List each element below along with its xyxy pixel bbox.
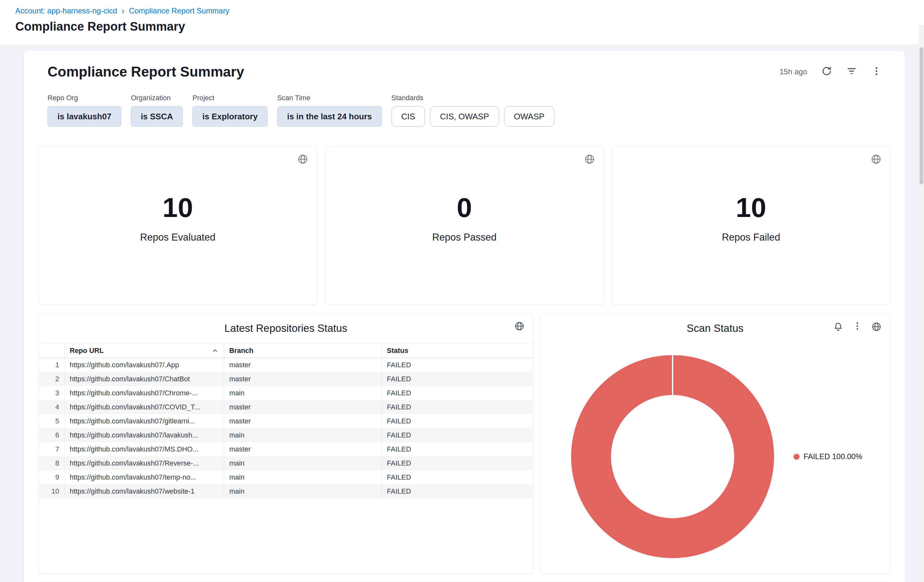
repo-url-cell: https://github.com/lavakush07/MS.DHO... bbox=[64, 442, 224, 456]
repo-status-icons bbox=[514, 321, 525, 331]
scan-status-tile: Scan Status bbox=[540, 314, 890, 574]
globe-icon[interactable] bbox=[871, 154, 881, 166]
kebab-menu-icon bbox=[852, 321, 863, 332]
table-row: 5 https://github.com/lavakush07/gitlearn… bbox=[39, 414, 533, 428]
legend-failed-label: FAILED 100.00% bbox=[804, 452, 863, 461]
row-index-header bbox=[39, 344, 64, 358]
filter-chip-project[interactable]: is Exploratory bbox=[192, 106, 267, 127]
kpi-label: Repos Evaluated bbox=[140, 232, 215, 243]
scan-status-title: Scan Status bbox=[686, 322, 743, 334]
table-row: 9 https://github.com/lavakush07/temp-no.… bbox=[39, 470, 533, 485]
refresh-icon bbox=[821, 66, 832, 77]
branch-cell: main bbox=[224, 386, 381, 400]
filter-label: Scan Time bbox=[277, 94, 382, 102]
column-header-status[interactable]: Status bbox=[381, 344, 533, 358]
column-header-repo-url[interactable]: Repo URL bbox=[64, 344, 224, 358]
standards-option-cis[interactable]: CIS bbox=[391, 106, 425, 127]
repo-url-cell: https://github.com/lavakush07/ChatBot bbox=[64, 372, 224, 386]
filter-chip-organization[interactable]: is SSCA bbox=[131, 106, 183, 127]
filter-group-scan-time: Scan Time is in the last 24 hours bbox=[277, 94, 382, 127]
tile-more-button[interactable] bbox=[852, 321, 863, 332]
branch-cell: main bbox=[224, 485, 381, 498]
status-cell: FAILED bbox=[381, 456, 533, 470]
branch-cell: master bbox=[224, 414, 381, 428]
row-index-cell: 1 bbox=[39, 358, 64, 373]
repo-url-cell: https://github.com/lavakush07/gitlearni.… bbox=[64, 414, 224, 428]
page-header: Account: app-harness-ng-cicd › Complianc… bbox=[0, 0, 924, 45]
last-refresh-label: 15h ago bbox=[779, 67, 807, 76]
globe-icon[interactable] bbox=[514, 321, 525, 331]
filter-label: Standards bbox=[391, 94, 554, 102]
breadcrumb-account-link[interactable]: Account: app-harness-ng-cicd bbox=[15, 7, 117, 15]
kpi-tile-repos-passed: 0 Repos Passed bbox=[325, 147, 603, 305]
filter-button[interactable] bbox=[846, 66, 857, 77]
row-index-cell: 7 bbox=[39, 442, 64, 456]
dashboard-actions: 15h ago bbox=[779, 66, 890, 77]
scan-status-icons bbox=[833, 321, 881, 332]
chart-legend: FAILED 100.00% bbox=[794, 452, 863, 461]
kpi-value: 10 bbox=[722, 192, 780, 223]
table-row: 1 https://github.com/lavakush07/.App mas… bbox=[39, 358, 533, 373]
row-index-cell: 5 bbox=[39, 414, 64, 428]
repo-status-tile: Latest Repositories Status bbox=[39, 314, 533, 574]
row-index-cell: 2 bbox=[39, 372, 64, 386]
kpi-value: 10 bbox=[140, 192, 215, 223]
filter-label: Organization bbox=[131, 94, 183, 102]
branch-cell: main bbox=[224, 428, 381, 442]
repo-url-cell: https://github.com/lavakush07/COVID_T... bbox=[64, 400, 224, 414]
filter-label: Repo Org bbox=[48, 94, 121, 102]
refresh-button[interactable] bbox=[821, 66, 832, 77]
table-row: 3 https://github.com/lavakush07/Chrome-.… bbox=[39, 386, 533, 400]
dashboard-header: Compliance Report Summary 15h ago bbox=[39, 64, 890, 80]
status-cell: FAILED bbox=[381, 428, 533, 442]
scan-status-donut-chart[interactable] bbox=[571, 355, 774, 558]
repo-url-cell: https://github.com/lavakush07/temp-no... bbox=[64, 470, 224, 485]
kpi-label: Repos Failed bbox=[722, 232, 780, 243]
page-title: Compliance Report Summary bbox=[15, 20, 909, 33]
table-row: 4 https://github.com/lavakush07/COVID_T.… bbox=[39, 400, 533, 414]
kebab-menu-icon bbox=[871, 66, 882, 77]
column-header-branch[interactable]: Branch bbox=[224, 344, 381, 358]
status-cell: FAILED bbox=[381, 372, 533, 386]
breadcrumb-current-link[interactable]: Compliance Report Summary bbox=[129, 7, 229, 15]
vertical-scrollbar-track[interactable] bbox=[919, 25, 924, 582]
branch-cell: master bbox=[224, 372, 381, 386]
filters-row: Repo Org is lavakush07 Organization is S… bbox=[39, 94, 890, 127]
kpi-value: 0 bbox=[432, 192, 497, 223]
standards-option-cis-owasp[interactable]: CIS, OWASP bbox=[430, 106, 499, 127]
table-row: 2 https://github.com/lavakush07/ChatBot … bbox=[39, 372, 533, 386]
dashboard-body: Compliance Report Summary 15h ago bbox=[0, 45, 924, 582]
column-label: Repo URL bbox=[70, 346, 104, 355]
alert-bell-icon[interactable] bbox=[833, 321, 843, 332]
status-cell: FAILED bbox=[381, 470, 533, 485]
branch-cell: master bbox=[224, 358, 381, 373]
status-cell: FAILED bbox=[381, 485, 533, 498]
kpi-content: 10 Repos Evaluated bbox=[140, 192, 215, 243]
branch-cell: main bbox=[224, 470, 381, 485]
filter-group-standards: Standards CIS CIS, OWASP OWASP bbox=[391, 94, 554, 127]
row-index-cell: 9 bbox=[39, 470, 64, 485]
globe-icon[interactable] bbox=[297, 154, 308, 166]
row-index-cell: 8 bbox=[39, 456, 64, 470]
standards-options: CIS CIS, OWASP OWASP bbox=[391, 106, 554, 127]
filter-group-organization: Organization is SSCA bbox=[131, 94, 183, 127]
scan-status-header: Scan Status bbox=[541, 322, 890, 335]
vertical-scrollbar-thumb[interactable] bbox=[919, 47, 923, 185]
kpi-tile-repos-evaluated: 10 Repos Evaluated bbox=[39, 147, 317, 305]
table-row: 8 https://github.com/lavakush07/Reverse-… bbox=[39, 456, 533, 470]
filter-label: Project bbox=[192, 94, 267, 102]
filter-chip-repo-org[interactable]: is lavakush07 bbox=[48, 106, 121, 127]
table-row: 7 https://github.com/lavakush07/MS.DHO..… bbox=[39, 442, 533, 456]
filter-chip-scan-time[interactable]: is in the last 24 hours bbox=[277, 106, 382, 127]
bottom-row: Latest Repositories Status bbox=[39, 314, 890, 574]
globe-icon[interactable] bbox=[584, 154, 595, 166]
dashboard-more-button[interactable] bbox=[871, 66, 882, 77]
dashboard-title: Compliance Report Summary bbox=[39, 64, 244, 80]
globe-icon[interactable] bbox=[871, 321, 881, 332]
status-cell: FAILED bbox=[381, 358, 533, 373]
repo-status-title: Latest Repositories Status bbox=[224, 322, 347, 334]
standards-option-owasp[interactable]: OWASP bbox=[504, 106, 554, 127]
table-row: 10 https://github.com/lavakush07/website… bbox=[39, 485, 533, 498]
breadcrumb-separator-icon: › bbox=[122, 7, 124, 15]
kpi-row: 10 Repos Evaluated 0 Repos Passed 10 bbox=[39, 147, 890, 305]
